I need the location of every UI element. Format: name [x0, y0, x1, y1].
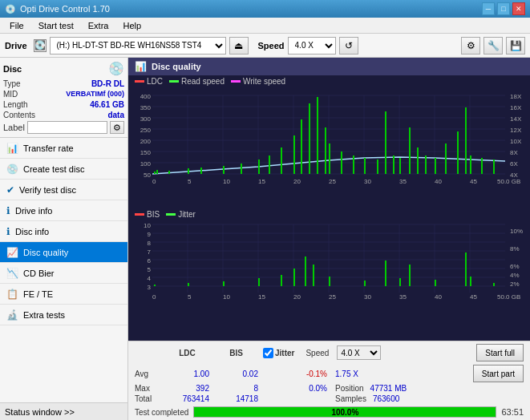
svg-rect-47	[188, 168, 189, 174]
legend-ldc-label: LDC	[147, 77, 163, 86]
svg-rect-133	[470, 277, 471, 286]
settings-button1[interactable]: ⚙	[461, 37, 480, 55]
svg-rect-58	[325, 127, 326, 174]
svg-text:0: 0	[152, 178, 156, 184]
chart2-container: BIS Jitter	[128, 208, 530, 341]
svg-text:200: 200	[140, 138, 152, 145]
svg-text:5: 5	[148, 266, 152, 273]
app-icon: 💿	[5, 4, 16, 14]
nav-extra-tests[interactable]: 🔬 Extra tests	[0, 305, 127, 325]
svg-rect-119	[188, 283, 189, 286]
menu-start-test[interactable]: Start test	[32, 19, 80, 32]
disc-quality-header: 📊 Disc quality	[128, 58, 530, 75]
svg-text:10X: 10X	[510, 138, 522, 145]
svg-text:35: 35	[399, 293, 407, 301]
status-window[interactable]: Status window >>	[0, 402, 127, 420]
speed-header: Speed	[305, 349, 329, 357]
nav-transfer-rate[interactable]: 📊 Transfer rate	[0, 138, 127, 159]
avg-row: Avg 1.00 0.02 -0.1% 1.75 X Start part	[128, 364, 530, 383]
eject-button[interactable]: ⏏	[229, 37, 249, 55]
svg-text:10: 10	[223, 293, 230, 301]
chart1-svg: 400 350 300 250 200 150 100 50 18X 16X 1…	[128, 87, 525, 184]
avg-ldc: 1.00	[165, 370, 209, 378]
svg-text:50.0 GB: 50.0 GB	[497, 178, 520, 184]
svg-text:5: 5	[188, 178, 192, 184]
save-button[interactable]: 💾	[506, 37, 525, 55]
menu-help[interactable]: Help	[116, 19, 148, 32]
label-input[interactable]	[27, 121, 107, 134]
drive-icon: 💽	[34, 39, 47, 52]
nav-disc-quality[interactable]: 📈 Disc quality	[0, 242, 127, 263]
menu-extra[interactable]: Extra	[82, 19, 115, 32]
start-part-button[interactable]: Start part	[473, 365, 524, 382]
svg-text:0: 0	[152, 293, 156, 301]
svg-text:10: 10	[144, 222, 151, 229]
svg-text:15: 15	[258, 293, 265, 301]
position-label: Position	[335, 384, 364, 393]
jitter-header: Jitter	[275, 349, 294, 357]
nav-verify-test-disc[interactable]: ✔ Verify test disc	[0, 180, 127, 200]
start-part-btn-container: Start part	[473, 365, 524, 382]
svg-rect-124	[305, 256, 306, 286]
svg-text:15: 15	[258, 178, 265, 184]
title-bar: 💿 Opti Drive Control 1.70 ─ □ ✕	[0, 0, 530, 18]
drive-info-icon: ℹ	[6, 205, 10, 216]
start-full-button[interactable]: Start full	[476, 344, 524, 361]
status-window-label: Status window >>	[5, 407, 75, 417]
menu-file[interactable]: File	[3, 19, 30, 32]
svg-rect-57	[317, 97, 318, 174]
read-dot	[169, 80, 179, 83]
write-dot	[231, 80, 241, 83]
label-button[interactable]: ⚙	[110, 121, 124, 134]
chart1-legend: LDC Read speed Write speed	[128, 75, 530, 87]
svg-text:2%: 2%	[510, 281, 520, 288]
nav-fe-te[interactable]: 📋 FE / TE	[0, 284, 127, 305]
svg-text:4%: 4%	[510, 272, 520, 279]
sidebar: Disc 💿 Type BD-R DL MID VERBATIMf (000) …	[0, 58, 128, 420]
svg-rect-66	[399, 158, 401, 174]
minimize-button[interactable]: ─	[482, 2, 495, 15]
max-bis: 8	[214, 384, 258, 393]
svg-text:6%: 6%	[510, 263, 520, 270]
disc-info-icon: ℹ	[6, 226, 10, 237]
svg-text:30: 30	[364, 178, 371, 184]
svg-rect-61	[353, 155, 354, 174]
svg-text:6X: 6X	[510, 160, 518, 168]
svg-text:30: 30	[364, 293, 371, 301]
speed-select[interactable]: 4.0 X	[288, 37, 336, 55]
position-value: 47731 MB	[370, 384, 407, 393]
svg-text:20: 20	[293, 293, 301, 301]
refresh-button[interactable]: ↺	[339, 37, 358, 55]
svg-rect-56	[309, 103, 310, 174]
nav-disc-info-label: Disc info	[15, 227, 49, 236]
mid-label: MID	[3, 90, 18, 99]
drive-select[interactable]: (H:) HL-DT-ST BD-RE WH16NS58 TST4	[50, 37, 226, 55]
svg-text:50: 50	[144, 172, 151, 179]
jitter-checkbox[interactable]	[263, 348, 273, 358]
speed-select-stats[interactable]: 4.0 X	[337, 345, 381, 360]
nav-create-test-disc[interactable]: 💿 Create test disc	[0, 159, 127, 180]
svg-text:45: 45	[470, 178, 477, 184]
cd-bier-icon: 📉	[6, 268, 18, 279]
nav-disc-info[interactable]: ℹ Disc info	[0, 221, 127, 242]
svg-rect-118	[154, 285, 156, 286]
window-title: Opti Drive Control 1.70	[20, 4, 110, 14]
settings-button2[interactable]: 🔧	[483, 37, 503, 55]
svg-text:5: 5	[188, 293, 192, 301]
svg-text:20: 20	[293, 178, 301, 184]
svg-text:4: 4	[148, 275, 152, 282]
close-button[interactable]: ✕	[512, 2, 525, 15]
title-bar-controls[interactable]: ─ □ ✕	[482, 2, 525, 15]
svg-rect-134	[493, 283, 495, 286]
svg-text:12X: 12X	[510, 127, 522, 134]
nav-cd-bier[interactable]: 📉 CD Bier	[0, 263, 127, 284]
legend-jitter: Jitter	[166, 210, 196, 219]
svg-rect-65	[393, 155, 394, 174]
progress-percent: 100.0%	[194, 407, 496, 418]
nav-drive-info[interactable]: ℹ Drive info	[0, 200, 127, 221]
nav-verify-test-disc-label: Verify test disc	[19, 185, 76, 195]
legend-jitter-label: Jitter	[178, 210, 196, 219]
chart1-container: LDC Read speed Write speed	[128, 75, 530, 208]
nav-create-test-disc-label: Create test disc	[23, 164, 84, 174]
maximize-button[interactable]: □	[497, 2, 510, 15]
